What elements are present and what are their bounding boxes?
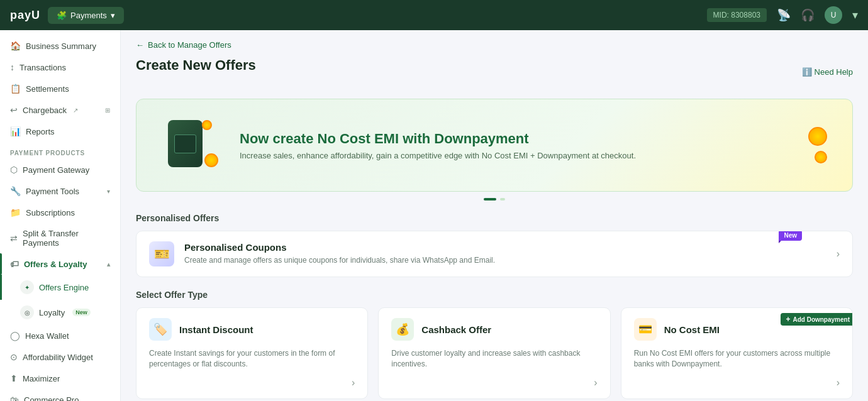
hexa-wallet-icon: ◯	[10, 331, 20, 341]
sidebar-label-settlements: Settlements	[26, 84, 69, 94]
no-cost-emi-icon: 💳	[634, 318, 657, 341]
chargeback-icon: ↩	[10, 105, 18, 115]
banner-heading-highlight: No Cost EMI with Downpayment	[318, 131, 529, 146]
loyalty-new-badge: New	[72, 309, 91, 316]
dot-2[interactable]	[500, 198, 505, 200]
no-cost-emi-desc: Run No Cost EMI offers for your customer…	[634, 348, 840, 370]
instant-discount-card[interactable]: 🏷️ Instant Discount Create Instant savin…	[136, 307, 368, 399]
add-downpayment-badge: Add Downpayment	[781, 313, 853, 326]
banner-dots	[136, 198, 853, 200]
no-cost-emi-card[interactable]: Add Downpayment 💳 No Cost EMI Run No Cos…	[621, 307, 853, 399]
back-link-text: Back to Manage Offers	[148, 40, 231, 50]
no-cost-emi-title: No Cost EMI	[664, 324, 720, 335]
cashback-offer-card[interactable]: 💰 Cashback Offer Drive customer loyalty …	[378, 307, 610, 399]
instant-discount-footer: ›	[149, 377, 355, 388]
sidebar-label-payment-tools: Payment Tools	[26, 187, 79, 196]
sidebar-item-loyalty[interactable]: ◎ Loyalty New	[0, 300, 120, 325]
cashback-footer: ›	[391, 377, 597, 388]
page-title: Create New Offers	[136, 57, 256, 74]
banner-heading: Now create No Cost EMI with Downpayment	[240, 131, 636, 147]
coupon-card-arrow: ›	[837, 248, 840, 260]
offers-loyalty-chevron: ▴	[107, 261, 110, 268]
sidebar-label-reports: Reports	[26, 127, 55, 136]
sidebar-item-payment-tools[interactable]: 🔧 Payment Tools ▾	[0, 180, 120, 202]
coupon-card-title: Personalised Coupons	[184, 242, 826, 253]
new-badge: New	[779, 231, 802, 241]
sidebar-item-chargeback[interactable]: ↩ Chargeback ↗ ⊞	[0, 99, 120, 121]
sidebar-item-reports[interactable]: 📊 Reports	[0, 121, 120, 142]
sidebar-item-business-summary[interactable]: 🏠 Business Summary	[0, 35, 120, 57]
select-offer-type-title: Select Offer Type	[136, 290, 853, 300]
sidebar-item-commerce-pro[interactable]: 🛍 Commerce Pro	[0, 389, 120, 401]
coupon-card-content: Personalised Coupons Create and manage o…	[184, 242, 826, 266]
banner-deco	[808, 127, 827, 163]
headset-icon[interactable]: 🎧	[801, 8, 815, 22]
personalised-coupons-card[interactable]: New 🎫 Personalised Coupons Create and ma…	[136, 231, 853, 277]
sidebar-label-transactions: Transactions	[19, 63, 66, 72]
broadcast-icon[interactable]: 📡	[777, 8, 791, 22]
add-downpayment-label: Add Downpayment	[793, 316, 850, 323]
coupon-icon: 🎫	[149, 241, 174, 266]
payments-button[interactable]: 🧩 Payments ▾	[48, 7, 124, 24]
affordability-icon: ⊙	[10, 352, 18, 362]
sidebar-item-settlements[interactable]: 📋 Settlements	[0, 78, 120, 99]
sidebar-label-affordability: Affordability Widget	[23, 353, 93, 362]
chargeback-external-icon: ↗	[73, 107, 78, 114]
sidebar-label-maximizer: Maximizer	[23, 374, 60, 383]
sidebar-label-commerce-pro: Commerce Pro	[24, 395, 79, 402]
payment-tools-icon: 🔧	[10, 186, 21, 196]
sidebar-item-split-transfer[interactable]: ⇄ Split & Transfer Payments	[0, 223, 120, 253]
instant-discount-header: 🏷️ Instant Discount	[149, 318, 355, 341]
transactions-icon: ↕	[10, 62, 14, 72]
no-cost-emi-arrow: ›	[837, 377, 840, 388]
instant-discount-arrow: ›	[352, 377, 355, 388]
offers-engine-icon: ✦	[20, 280, 34, 294]
nav-left: payU 🧩 Payments ▾	[10, 7, 124, 24]
cashback-title: Cashback Offer	[421, 324, 491, 335]
sidebar-item-transactions[interactable]: ↕ Transactions	[0, 57, 120, 78]
banner-heading-pre: Now create	[240, 131, 318, 146]
sidebar-item-hexa-wallet[interactable]: ◯ Hexa Wallet	[0, 325, 120, 346]
maximizer-icon: ⬆	[10, 373, 18, 383]
main-layout: 🏠 Business Summary ↕ Transactions 📋 Sett…	[0, 30, 868, 401]
chevron-down-icon: ▾	[111, 11, 115, 20]
offers-grid: 🏷️ Instant Discount Create Instant savin…	[136, 307, 853, 399]
cashback-arrow: ›	[594, 377, 597, 388]
cashback-header: 💰 Cashback Offer	[391, 318, 597, 341]
main-content: ← Back to Manage Offers Create New Offer…	[121, 30, 868, 401]
nav-right: MID: 8308803 📡 🎧 U ▾	[707, 6, 858, 24]
no-cost-emi-footer: ›	[634, 377, 840, 388]
user-chevron-icon[interactable]: ▾	[852, 8, 858, 22]
cashback-icon: 💰	[391, 318, 414, 341]
sidebar-item-subscriptions[interactable]: 📁 Subscriptions	[0, 202, 120, 223]
need-help-button[interactable]: ℹ️ Need Help	[802, 67, 853, 77]
sidebar-label-hexa-wallet: Hexa Wallet	[25, 331, 69, 341]
offers-loyalty-icon: 🏷	[10, 259, 19, 269]
sidebar-label-offers-engine: Offers Engine	[39, 283, 89, 292]
split-transfer-icon: ⇄	[10, 233, 18, 243]
instant-discount-title: Instant Discount	[179, 324, 253, 335]
personalised-offers-title: Personalised Offers	[136, 213, 853, 223]
sidebar-item-maximizer[interactable]: ⬆ Maximizer	[0, 368, 120, 389]
payments-icon: 🧩	[57, 11, 67, 20]
sidebar-item-offers-loyalty[interactable]: 🏷 Offers & Loyalty ▴	[0, 253, 120, 275]
promo-banner: Now create No Cost EMI with Downpayment …	[136, 99, 853, 192]
loyalty-icon: ◎	[20, 305, 34, 319]
sidebar-item-payment-gateway[interactable]: ⬡ Payment Gateway	[0, 159, 120, 180]
sidebar-item-affordability-widget[interactable]: ⊙ Affordability Widget	[0, 346, 120, 368]
business-summary-icon: 🏠	[10, 41, 21, 51]
mid-badge: MID: 8308803	[707, 8, 767, 22]
payment-gateway-icon: ⬡	[10, 165, 18, 175]
avatar[interactable]: U	[825, 6, 842, 24]
payments-label: Payments	[70, 11, 107, 20]
dot-1[interactable]	[484, 198, 496, 200]
sidebar-label-payment-gateway: Payment Gateway	[23, 165, 89, 175]
back-link[interactable]: ← Back to Manage Offers	[136, 40, 853, 50]
sidebar-label-offers-loyalty: Offers & Loyalty	[24, 260, 87, 269]
sidebar-label-loyalty: Loyalty	[39, 308, 65, 317]
sidebar-label-business-summary: Business Summary	[26, 41, 96, 51]
reports-icon: 📊	[10, 126, 21, 136]
top-navigation: payU 🧩 Payments ▾ MID: 8308803 📡 🎧 U ▾	[0, 0, 868, 30]
sidebar-item-offers-engine[interactable]: ✦ Offers Engine	[0, 275, 120, 300]
payment-products-label: PAYMENT PRODUCTS	[0, 142, 120, 159]
